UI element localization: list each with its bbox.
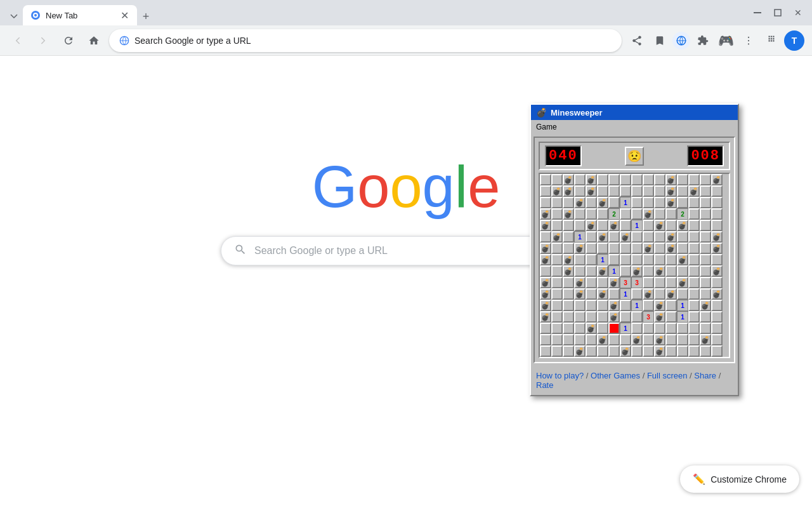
active-tab[interactable]: New Tab ✕	[23, 5, 137, 25]
ms-cell[interactable]	[654, 185, 665, 197]
ms-cell[interactable]: 💣	[586, 174, 597, 185]
ms-cell[interactable]	[643, 254, 654, 265]
ms-cell[interactable]	[700, 174, 711, 185]
ms-cell[interactable]	[631, 323, 643, 334]
ms-cell[interactable]	[597, 174, 608, 185]
ms-cell[interactable]: 💣	[574, 277, 586, 288]
ms-cell[interactable]	[574, 265, 586, 277]
ms-cell[interactable]: 💣	[711, 231, 723, 243]
ms-cell[interactable]	[551, 243, 563, 254]
ms-cell[interactable]	[711, 345, 723, 357]
ms-cell[interactable]	[711, 334, 723, 345]
ms-cell[interactable]: 💣	[574, 345, 586, 357]
reload-button[interactable]	[58, 30, 79, 51]
ms-cell[interactable]: 💣	[586, 323, 597, 334]
ms-cell[interactable]	[665, 323, 677, 334]
ms-cell[interactable]	[711, 300, 723, 311]
ms-cell[interactable]	[700, 220, 711, 231]
ms-cell[interactable]	[700, 311, 711, 323]
ms-cell[interactable]: 3	[620, 277, 631, 288]
ms-cell[interactable]	[586, 334, 597, 345]
ms-cell[interactable]	[711, 185, 723, 197]
ms-cell[interactable]	[665, 300, 677, 311]
ms-cell[interactable]	[551, 300, 563, 311]
ms-cell[interactable]	[688, 174, 700, 185]
ms-cell[interactable]: 3	[643, 311, 654, 323]
ms-cell[interactable]: 💣	[563, 254, 574, 265]
ms-cell[interactable]: 1	[620, 197, 631, 208]
ms-cell[interactable]: 2	[677, 208, 688, 220]
ms-cell[interactable]	[700, 254, 711, 265]
ms-cell[interactable]: 1	[631, 300, 643, 311]
ms-cell[interactable]: 💣	[540, 208, 551, 220]
ms-cell[interactable]	[608, 288, 620, 300]
ms-cell[interactable]	[620, 220, 631, 231]
ms-cell[interactable]: 💣	[540, 288, 551, 300]
ms-cell[interactable]: 💣	[551, 231, 563, 243]
ms-cell[interactable]: 💣	[643, 243, 654, 254]
ms-cell[interactable]	[574, 185, 586, 197]
chrome-menu-button[interactable]	[738, 30, 759, 51]
ms-cell[interactable]	[563, 220, 574, 231]
ms-cell[interactable]	[688, 323, 700, 334]
ms-cell[interactable]	[563, 300, 574, 311]
ms-cell[interactable]	[608, 197, 620, 208]
ms-cell[interactable]	[700, 265, 711, 277]
ms-cell[interactable]	[643, 220, 654, 231]
ms-cell[interactable]	[700, 323, 711, 334]
ms-cell[interactable]: 3	[631, 277, 643, 288]
ms-cell[interactable]	[620, 243, 631, 254]
ms-cell[interactable]	[608, 243, 620, 254]
ms-menu-game[interactable]: Game	[531, 121, 562, 133]
ms-cell[interactable]	[631, 197, 643, 208]
ms-cell[interactable]	[586, 243, 597, 254]
ms-cell[interactable]: 1	[574, 231, 586, 243]
ms-cell[interactable]: 2	[608, 208, 620, 220]
ms-cell[interactable]: 💣	[665, 174, 677, 185]
ms-cell[interactable]	[608, 323, 620, 334]
ms-cell[interactable]	[677, 231, 688, 243]
ms-cell[interactable]	[665, 265, 677, 277]
ms-cell[interactable]: 💣	[654, 311, 665, 323]
ms-cell[interactable]: 💣	[665, 288, 677, 300]
ms-cell[interactable]	[677, 243, 688, 254]
ms-cell[interactable]	[620, 208, 631, 220]
ms-cell[interactable]	[700, 208, 711, 220]
ms-cell[interactable]	[551, 323, 563, 334]
ms-cell[interactable]	[586, 300, 597, 311]
ms-cell[interactable]	[700, 243, 711, 254]
ms-cell[interactable]	[631, 311, 643, 323]
ms-cell[interactable]	[574, 311, 586, 323]
ms-cell[interactable]: 1	[620, 323, 631, 334]
ms-cell[interactable]: 💣	[597, 197, 608, 208]
minimize-button[interactable]	[749, 4, 766, 22]
ms-cell[interactable]: 💣	[574, 243, 586, 254]
ms-cell[interactable]: 💣	[654, 334, 665, 345]
ms-cell[interactable]: 💣	[700, 300, 711, 311]
ms-cell[interactable]	[586, 265, 597, 277]
ms-cell[interactable]	[586, 288, 597, 300]
ms-cell[interactable]: 💣	[597, 231, 608, 243]
ms-smiley-button[interactable]: 😟	[625, 147, 644, 166]
ms-cell[interactable]	[654, 254, 665, 265]
ms-cell[interactable]	[711, 323, 723, 334]
ms-cell[interactable]	[654, 277, 665, 288]
google-apps-button[interactable]	[761, 30, 782, 51]
ms-cell[interactable]: 💣	[563, 185, 574, 197]
ms-cell[interactable]	[597, 185, 608, 197]
ms-cell[interactable]	[711, 197, 723, 208]
ms-cell[interactable]	[540, 265, 551, 277]
ms-cell[interactable]: 💣	[654, 300, 665, 311]
ms-cell[interactable]: 1	[677, 300, 688, 311]
ms-cell[interactable]	[620, 334, 631, 345]
ms-link-share[interactable]: Share	[694, 371, 716, 380]
ms-cell[interactable]	[540, 174, 551, 185]
ms-cell[interactable]	[631, 174, 643, 185]
ms-cell[interactable]	[631, 254, 643, 265]
ms-cell[interactable]	[677, 197, 688, 208]
ms-cell[interactable]	[574, 323, 586, 334]
ms-cell[interactable]	[643, 300, 654, 311]
ms-cell[interactable]	[540, 334, 551, 345]
ms-cell[interactable]: 💣	[700, 334, 711, 345]
ms-cell[interactable]	[586, 254, 597, 265]
